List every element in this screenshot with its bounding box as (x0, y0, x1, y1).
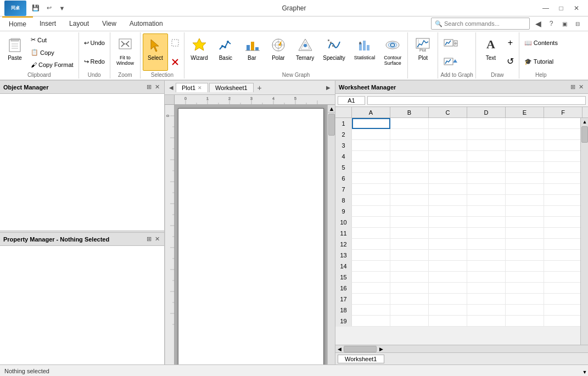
cell-C4[interactable] (429, 151, 467, 162)
cell-D17[interactable] (467, 294, 506, 305)
ws-scrollbar-h[interactable]: ◀ ▶ (335, 345, 588, 352)
cell-A1[interactable] (352, 118, 390, 129)
statistical-button[interactable]: Statistical (350, 33, 379, 71)
cell-B16[interactable] (390, 283, 429, 294)
cell-E12[interactable] (506, 239, 544, 250)
object-manager-close-btn[interactable]: ✕ (154, 83, 161, 91)
cell-E11[interactable] (506, 228, 544, 239)
cell-B5[interactable] (390, 162, 429, 173)
cell-B2[interactable] (390, 129, 429, 140)
cell-F8[interactable] (544, 195, 580, 206)
cell-A17[interactable] (352, 294, 390, 305)
cell-F12[interactable] (544, 239, 580, 250)
cell-B8[interactable] (390, 195, 429, 206)
copy-format-button[interactable]: 🖌 Copy Format (28, 60, 76, 70)
quick-access-dropdown[interactable]: ▼ (56, 2, 68, 14)
col-header-f[interactable]: F (544, 107, 583, 117)
cell-D16[interactable] (467, 283, 506, 294)
addgraph-down-btn[interactable] (440, 55, 461, 70)
cell-C2[interactable] (429, 129, 467, 140)
cell-D13[interactable] (467, 250, 506, 261)
cell-F2[interactable] (544, 129, 580, 140)
cell-D5[interactable] (467, 162, 506, 173)
cell-F5[interactable] (544, 162, 580, 173)
cell-C7[interactable] (429, 184, 467, 195)
cell-B10[interactable] (390, 217, 429, 228)
cell-C8[interactable] (429, 195, 467, 206)
cell-E8[interactable] (506, 195, 544, 206)
cell-reference[interactable] (338, 96, 365, 105)
cell-C14[interactable] (429, 261, 467, 272)
undo-button[interactable]: ↩ Undo (81, 38, 108, 48)
help-online-btn[interactable]: ? (545, 18, 557, 30)
draw-arc-btn[interactable]: ↺ (504, 54, 517, 68)
cell-A13[interactable] (352, 250, 390, 261)
ws-scroll-right[interactable]: ▶ (377, 345, 385, 352)
draw-plus-btn[interactable]: + (504, 36, 517, 49)
cell-E16[interactable] (506, 283, 544, 294)
undo-quick-btn[interactable]: ↩ (43, 2, 55, 14)
cell-D9[interactable] (467, 206, 506, 217)
cell-F3[interactable] (544, 140, 580, 151)
cell-D11[interactable] (467, 228, 506, 239)
cell-B11[interactable] (390, 228, 429, 239)
tab-home[interactable]: Home (2, 16, 33, 31)
plot-button[interactable]: Plot Plot (410, 33, 435, 71)
cut-button[interactable]: ✂ Cut (28, 35, 76, 45)
cell-C9[interactable] (429, 206, 467, 217)
scroll-up-btn[interactable]: ▲ (328, 105, 335, 113)
addgraph-up-btn[interactable] (440, 35, 461, 53)
tab-layout[interactable]: Layout (63, 16, 96, 31)
cell-B17[interactable] (390, 294, 429, 305)
cell-D18[interactable] (467, 305, 506, 316)
cell-F6[interactable] (544, 173, 580, 184)
maximize-btn[interactable]: □ (554, 3, 568, 14)
copy-button[interactable]: 📋 Copy (28, 47, 76, 58)
plot-scrollbar-v[interactable]: ▲ ▼ (327, 105, 335, 364)
polar-button[interactable]: Polar (266, 33, 291, 71)
cell-B3[interactable] (390, 140, 429, 151)
cell-D19[interactable] (467, 316, 506, 327)
cell-F10[interactable] (544, 217, 580, 228)
cell-D1[interactable] (467, 118, 506, 129)
cell-E9[interactable] (506, 206, 544, 217)
worksheet-pin-btn[interactable]: ⊞ (569, 83, 576, 91)
cell-F1[interactable] (544, 118, 580, 129)
cell-B13[interactable] (390, 250, 429, 261)
cell-A18[interactable] (352, 305, 390, 316)
formula-input[interactable] (367, 96, 586, 105)
cell-E17[interactable] (506, 294, 544, 305)
fit-window-button[interactable]: Fit toWindow (113, 33, 138, 71)
bar-button[interactable]: Bar (239, 33, 265, 71)
cell-B6[interactable] (390, 173, 429, 184)
plot-tab-next[interactable]: ▶ (324, 82, 333, 93)
cell-D6[interactable] (467, 173, 506, 184)
cell-B18[interactable] (390, 305, 429, 316)
plot-tab-worksheet1[interactable]: Worksheet1 (209, 83, 254, 92)
cell-F7[interactable] (544, 184, 580, 195)
ribbon-options-btn[interactable]: ⊟ (572, 18, 584, 30)
cell-C13[interactable] (429, 250, 467, 261)
cell-E2[interactable] (506, 129, 544, 140)
cell-E7[interactable] (506, 184, 544, 195)
cell-F15[interactable] (544, 272, 580, 283)
cell-F9[interactable] (544, 206, 580, 217)
cell-A12[interactable] (352, 239, 390, 250)
cell-A19[interactable] (352, 316, 390, 327)
cell-D3[interactable] (467, 140, 506, 151)
cell-F4[interactable] (544, 151, 580, 162)
cell-C12[interactable] (429, 239, 467, 250)
cell-E6[interactable] (506, 173, 544, 184)
sel-x-btn[interactable] (169, 55, 182, 69)
cell-D12[interactable] (467, 239, 506, 250)
ws-scroll-left[interactable]: ◀ (335, 345, 343, 352)
cell-F19[interactable] (544, 316, 580, 327)
col-header-c[interactable]: C (429, 107, 467, 117)
text-button[interactable]: A Text (478, 33, 503, 71)
cell-E10[interactable] (506, 217, 544, 228)
cell-A10[interactable] (352, 217, 390, 228)
cell-E19[interactable] (506, 316, 544, 327)
cell-C18[interactable] (429, 305, 467, 316)
col-header-b[interactable]: B (390, 107, 429, 117)
cell-C16[interactable] (429, 283, 467, 294)
